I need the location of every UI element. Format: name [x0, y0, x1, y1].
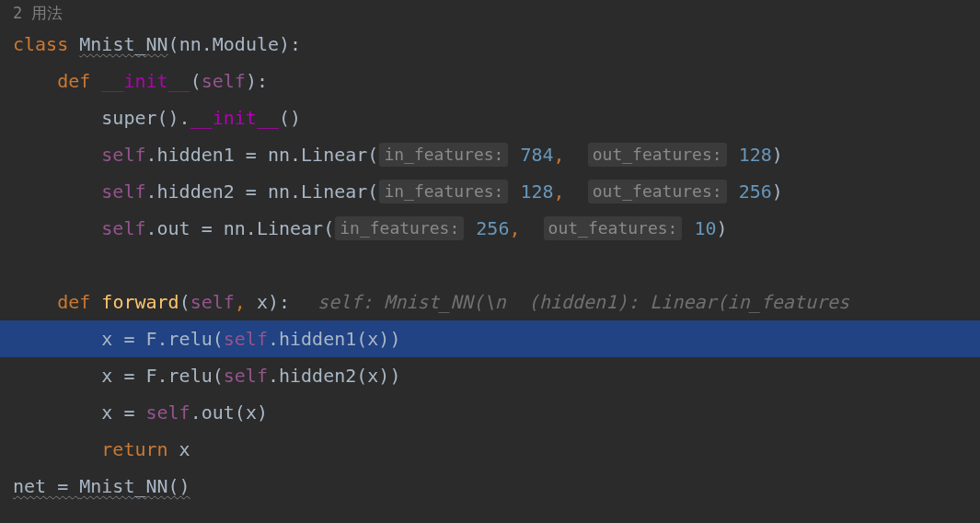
text [509, 136, 520, 173]
blank-line[interactable] [0, 247, 980, 284]
code-line[interactable]: super().__init__() [0, 99, 980, 136]
text: .hidden2(x)) [268, 357, 401, 394]
function-name: forward [101, 284, 179, 320]
text: x [168, 431, 190, 468]
indent [13, 99, 101, 136]
param-hint-out: out_features: [588, 143, 727, 167]
param-hint-out: out_features: [544, 216, 683, 240]
class-name: Mnist_NN [79, 26, 167, 63]
text [68, 26, 79, 63]
class-call: Mnist_NN() [79, 468, 190, 505]
inlay-type-hint: self: Mnist_NN(\n (hidden1): Linear(in_f… [317, 284, 849, 320]
text: ) [717, 210, 728, 247]
keyword-def: def [57, 284, 90, 320]
indent [13, 284, 57, 320]
indent [13, 173, 101, 210]
indent [13, 136, 101, 173]
text [90, 284, 101, 320]
comma: , [554, 173, 565, 210]
text: x = F.relu( [101, 320, 223, 357]
text: ) [772, 173, 783, 210]
text [509, 173, 520, 210]
comma: , [554, 136, 565, 173]
self-ref: self [224, 357, 268, 394]
code-line[interactable]: def __init__(self): [0, 63, 980, 99]
dunder-init: __init__ [190, 99, 279, 136]
code-line[interactable]: class Mnist_NN(nn.Module): [0, 26, 980, 63]
self-ref: self [224, 320, 268, 357]
code-editor[interactable]: 2 用法 class Mnist_NN(nn.Module): def __in… [0, 0, 980, 505]
code-line[interactable]: self.hidden1 = nn.Linear(in_features: 78… [0, 136, 980, 173]
dunder-init: __init__ [101, 63, 190, 99]
self-ref: self [146, 394, 190, 431]
text [728, 173, 739, 210]
indent [13, 431, 101, 468]
text: ): [279, 26, 301, 63]
text: ( [168, 26, 179, 63]
text: .hidden1(x)) [268, 320, 401, 357]
code-line[interactable]: return x [0, 431, 980, 468]
self-ref: self [101, 136, 145, 173]
text: () [279, 99, 301, 136]
number: 256 [476, 210, 509, 247]
indent [13, 210, 101, 247]
text: net = [13, 468, 79, 505]
base-class: nn.Module [179, 26, 279, 63]
text: x = [101, 394, 145, 431]
text [565, 136, 587, 173]
number: 256 [739, 173, 772, 210]
param-hint-in: in_features: [379, 180, 508, 203]
code-line[interactable]: self.out = nn.Linear(in_features: 256, o… [0, 210, 980, 247]
text: super(). [101, 99, 190, 136]
text [465, 210, 476, 247]
indent [13, 357, 101, 394]
code-line-highlighted[interactable]: x = F.relu(self.hidden1(x)) [0, 320, 980, 357]
self-ref: self [101, 173, 145, 210]
text: ( [190, 63, 202, 99]
comma: , [509, 210, 520, 247]
keyword-def: def [57, 63, 90, 99]
code-line[interactable]: def forward(self, x):self: Mnist_NN(\n (… [0, 284, 980, 320]
self-param: self [190, 284, 235, 320]
param-hint-out: out_features: [588, 180, 727, 203]
code-line[interactable]: x = self.out(x) [0, 394, 980, 431]
text: .out = nn.Linear( [146, 210, 335, 247]
text [565, 173, 587, 210]
text: ): [246, 63, 268, 99]
text: ): [268, 284, 290, 320]
keyword-class: class [13, 26, 68, 63]
indent [13, 394, 101, 431]
param-hint-in: in_features: [379, 143, 508, 167]
text: ( [179, 284, 190, 320]
number: 10 [695, 210, 717, 247]
text: .out(x) [190, 394, 268, 431]
param-x: x [257, 284, 268, 320]
param-hint-in: in_features: [335, 216, 464, 240]
text: .hidden2 = nn.Linear( [146, 173, 379, 210]
text [90, 63, 101, 99]
indent [13, 320, 101, 357]
keyword-return: return [101, 431, 167, 468]
text [728, 136, 739, 173]
text: .hidden1 = nn.Linear( [146, 136, 379, 173]
comma: , [235, 284, 257, 320]
text: ) [772, 136, 783, 173]
indent [13, 63, 57, 99]
text: x = F.relu( [101, 357, 223, 394]
code-line[interactable]: x = F.relu(self.hidden2(x)) [0, 357, 980, 394]
text [520, 210, 542, 247]
number: 784 [520, 136, 553, 173]
usages-hint[interactable]: 2 用法 [0, 0, 980, 26]
code-line[interactable]: self.hidden2 = nn.Linear(in_features: 12… [0, 173, 980, 210]
number: 128 [739, 136, 772, 173]
number: 128 [520, 173, 553, 210]
self-ref: self [101, 210, 145, 247]
text [683, 210, 694, 247]
code-line[interactable]: net = Mnist_NN() [0, 468, 980, 505]
self-param: self [202, 63, 246, 99]
